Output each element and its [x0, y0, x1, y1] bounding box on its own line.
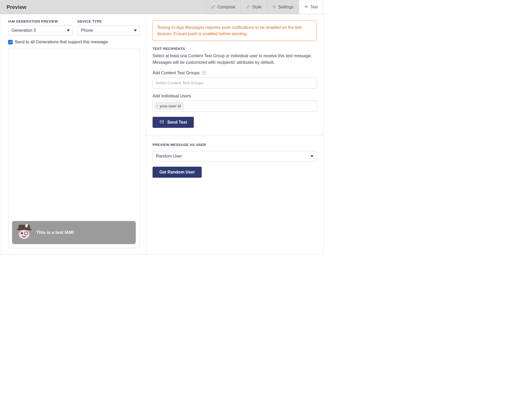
- svg-rect-2: [160, 120, 164, 123]
- caret-down-icon: [310, 155, 314, 157]
- tab-test[interactable]: Test: [299, 0, 323, 14]
- remove-tag-icon[interactable]: ×: [156, 104, 158, 108]
- eye-icon: [304, 5, 308, 10]
- tab-label: Compose: [217, 5, 235, 9]
- app-window: Preview Compose Style Settings: [0, 0, 324, 255]
- tab-label: Test: [310, 5, 318, 9]
- test-recipients-heading: TEST RECIPIENTS: [153, 47, 317, 51]
- topbar: Preview Compose Style Settings: [0, 0, 323, 14]
- test-recipients-description: Select at least one Content Test Group o…: [153, 53, 317, 66]
- caret-down-icon: [134, 30, 137, 31]
- push-warning-alert: Testing In-App Messages requires push no…: [153, 20, 317, 41]
- select-value: Generation 3: [12, 28, 36, 33]
- device-type-select[interactable]: Phone: [77, 25, 140, 35]
- body: IAM GENERATION PREVIEW Generation 3 DEVI…: [0, 14, 323, 254]
- device-type-label: DEVICE TYPE: [77, 19, 140, 23]
- individual-users-label: Add Individual Users: [153, 94, 191, 98]
- avatar-icon: [18, 226, 30, 239]
- checkbox-checked-icon[interactable]: [8, 40, 13, 44]
- divider: [146, 135, 323, 135]
- tab-settings[interactable]: Settings: [267, 0, 299, 14]
- caret-down-icon: [67, 30, 70, 31]
- iam-generation-label: IAM GENERATION PREVIEW: [8, 19, 73, 23]
- svg-point-1: [306, 6, 307, 7]
- preview-as-user-select[interactable]: Random User: [153, 151, 317, 161]
- topbar-tabs: Compose Style Settings Test: [206, 0, 323, 14]
- send-test-label: Send Test: [167, 120, 187, 125]
- content-test-groups-input[interactable]: [153, 77, 317, 88]
- help-icon[interactable]: ?: [202, 71, 206, 75]
- brush-icon: [246, 5, 250, 10]
- select-value: Phone: [81, 28, 93, 33]
- tab-compose[interactable]: Compose: [206, 0, 241, 14]
- get-random-user-label: Get Random User: [159, 170, 195, 175]
- individual-users-input[interactable]: × your-user-id: [153, 101, 317, 112]
- iam-toast: This is a test IAM!: [12, 221, 136, 244]
- user-tag: × your-user-id: [154, 102, 183, 109]
- send-test-button[interactable]: Send Test: [153, 117, 194, 128]
- get-random-user-button[interactable]: Get Random User: [153, 167, 202, 178]
- right-panel: Testing In-App Messages requires push no…: [146, 14, 323, 254]
- svg-point-0: [274, 6, 275, 7]
- device-preview-frame: This is a test IAM!: [8, 49, 140, 248]
- send-all-generations-row[interactable]: Send to all Generations that support thi…: [8, 40, 140, 44]
- user-tag-text: your-user-id: [160, 104, 181, 108]
- page-title: Preview: [0, 0, 206, 14]
- iam-toast-text: This is a test IAM!: [36, 230, 74, 235]
- tab-label: Settings: [278, 5, 294, 9]
- gear-icon: [272, 5, 276, 10]
- envelope-icon: [159, 119, 164, 125]
- pencil-icon: [211, 5, 215, 10]
- iam-generation-select[interactable]: Generation 3: [8, 25, 73, 35]
- select-value: Random User: [156, 154, 182, 159]
- preview-as-user-heading: PREVIEW MESSAGE AS USER: [153, 143, 317, 147]
- tab-label: Style: [252, 5, 262, 9]
- tab-style[interactable]: Style: [241, 0, 267, 14]
- content-test-groups-label: Add Content Test Groups: [153, 71, 200, 75]
- left-panel: IAM GENERATION PREVIEW Generation 3 DEVI…: [0, 14, 146, 254]
- send-all-generations-label: Send to all Generations that support thi…: [15, 40, 108, 44]
